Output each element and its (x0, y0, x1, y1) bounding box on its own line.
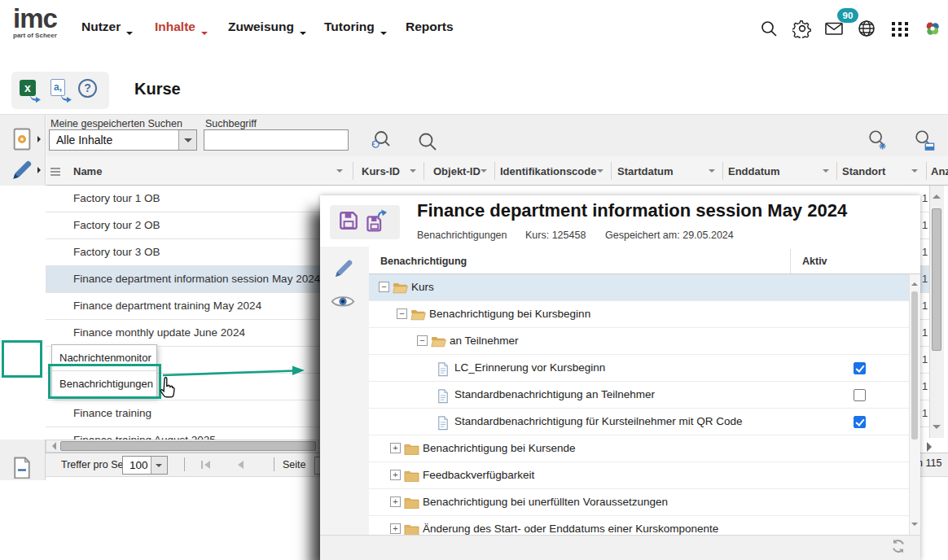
column-header-objekt-id[interactable]: Objekt-ID (433, 165, 481, 177)
menu-item-benachrichtigungen[interactable]: Benachrichtigungen (52, 371, 156, 397)
scrollbar-thumb[interactable] (911, 291, 918, 440)
dialog-course-id: Kurs: 125458 (525, 230, 586, 241)
scroll-down-icon[interactable] (933, 425, 941, 433)
app-logo-icon[interactable] (923, 19, 942, 38)
chevron-down-icon[interactable] (178, 130, 196, 150)
mail-count-badge: 90 (837, 8, 858, 23)
logo-subtext: part of Scheer (13, 32, 57, 39)
expand-icon[interactable]: + (390, 443, 401, 453)
filter-caret-icon[interactable] (410, 169, 416, 176)
filter-caret-icon[interactable] (597, 169, 603, 176)
table-menu-icon[interactable] (50, 167, 61, 177)
menu-inhalte[interactable]: Inhalte (155, 20, 208, 34)
filter-caret-icon[interactable] (481, 169, 487, 176)
scroll-down-icon[interactable] (911, 523, 918, 529)
collapse-icon[interactable]: − (379, 282, 389, 292)
menu-tutoring[interactable]: Tutoring (324, 20, 387, 34)
scrollbar-thumb[interactable] (932, 208, 941, 351)
document-icon (437, 416, 449, 428)
scroll-left-icon[interactable] (48, 442, 56, 450)
separator (790, 249, 791, 273)
new-object-icon[interactable] (10, 127, 34, 151)
search-save-icon[interactable] (912, 129, 935, 151)
aktiv-checkbox[interactable] (854, 416, 866, 428)
aktiv-column-header: Aktiv (802, 256, 827, 267)
separator (926, 162, 927, 180)
search-settings-icon[interactable] (866, 129, 889, 151)
aktiv-checkbox[interactable] (854, 389, 866, 401)
separator (353, 162, 353, 180)
chevron-down-icon[interactable] (151, 457, 167, 474)
refresh-icon[interactable] (890, 538, 906, 554)
search-icon[interactable] (759, 19, 779, 38)
menu-item-nachrichtenmonitor[interactable]: Nachrichtenmonitor (52, 345, 156, 371)
tree-row[interactable]: − Kurs (369, 274, 909, 301)
saved-search-select[interactable]: Alle Inhalte (49, 129, 197, 151)
dialog-breadcrumb: Benachrichtigungen (417, 230, 507, 241)
save-icon[interactable] (338, 210, 359, 231)
aktiv-checkbox[interactable] (854, 362, 866, 374)
help-icon[interactable]: ? (78, 79, 97, 98)
collapse-icon[interactable]: − (417, 335, 428, 346)
tree-row[interactable]: + Änderung des Start- oder Enddatums ein… (369, 516, 909, 535)
separator (184, 457, 185, 471)
scroll-right-icon[interactable] (927, 442, 937, 452)
scrollbar-thumb[interactable] (60, 441, 316, 451)
menu-nutzer[interactable]: Nutzer (81, 20, 133, 34)
menu-reports[interactable]: Reports (406, 20, 454, 34)
page-label: Seite (283, 459, 306, 470)
tree-row[interactable]: + Benachrichtigung bei unerfüllten Vorau… (369, 489, 909, 516)
column-header-anzahl[interactable]: Anz (931, 165, 948, 177)
column-header-enddatum[interactable]: Enddatum (728, 165, 780, 177)
tree-row[interactable]: LC_Erinnerung vor Kursbeginn (369, 355, 909, 382)
search-term-input[interactable] (204, 129, 349, 151)
per-page-value: 100 (129, 459, 148, 471)
tree-row[interactable]: − an Teilnehmer (369, 328, 909, 355)
search-reset-icon[interactable] (371, 129, 393, 152)
scroll-up-icon[interactable] (933, 190, 941, 199)
filter-caret-icon[interactable] (336, 169, 343, 176)
folder-icon (404, 523, 419, 535)
globe-icon[interactable] (857, 19, 876, 38)
folder-icon (404, 443, 419, 455)
page-total-fragment: n 115 (917, 457, 941, 469)
edit-icon[interactable] (10, 158, 34, 182)
tree-row[interactable]: Standardbenachrichtigung an Teilnehmer (369, 382, 909, 409)
tree-row[interactable]: Standardbenachrichtigung für Kursteilneh… (369, 409, 909, 435)
apps-grid-icon[interactable] (890, 19, 910, 38)
folder-icon (404, 470, 419, 482)
edit-icon[interactable] (332, 257, 355, 280)
column-header-name[interactable]: Name (73, 165, 102, 177)
search-icon[interactable] (416, 130, 439, 153)
menu-zuweisung[interactable]: Zuweisung (228, 20, 306, 34)
expand-icon[interactable]: + (390, 523, 401, 534)
export-arrow-icon (29, 93, 42, 103)
tree-column-header: Benachrichtigung (380, 256, 467, 267)
tree-row[interactable]: + Feedbackverfügbarkeit (369, 462, 909, 489)
column-header-startdatum[interactable]: Startdatum (617, 165, 674, 177)
filter-caret-icon[interactable] (709, 169, 715, 176)
question-glyph: ? (80, 81, 95, 96)
scroll-up-icon[interactable] (911, 279, 918, 286)
imc-logo[interactable]: imc part of Scheer (13, 7, 57, 39)
column-header-identifikationscode[interactable]: Identifikationscode (500, 165, 596, 177)
tree-row[interactable]: + Benachrichtigung bei Kursende (369, 435, 909, 462)
submenu-arrow-icon (37, 136, 44, 142)
chevron-down-icon (300, 32, 306, 38)
save-and-exit-icon[interactable] (365, 209, 389, 232)
gear-icon[interactable] (792, 19, 812, 38)
collapse-icon[interactable]: − (397, 308, 407, 319)
first-page-icon[interactable] (200, 460, 212, 470)
filter-caret-icon[interactable] (911, 169, 918, 176)
expand-icon[interactable]: + (390, 470, 401, 480)
previous-page-icon[interactable] (236, 460, 244, 470)
filter-caret-icon[interactable] (823, 169, 829, 176)
document-icon[interactable] (10, 456, 34, 479)
separator (722, 162, 723, 180)
column-header-standort[interactable]: Standort (842, 165, 885, 177)
tree-row[interactable]: − Benachrichtigung bei Kursbeginn (369, 301, 909, 328)
column-header-kurs-id[interactable]: Kurs-ID (362, 165, 400, 177)
preview-eye-icon[interactable] (331, 293, 355, 310)
per-page-select[interactable]: 100 (122, 456, 168, 475)
expand-icon[interactable]: + (390, 497, 401, 507)
